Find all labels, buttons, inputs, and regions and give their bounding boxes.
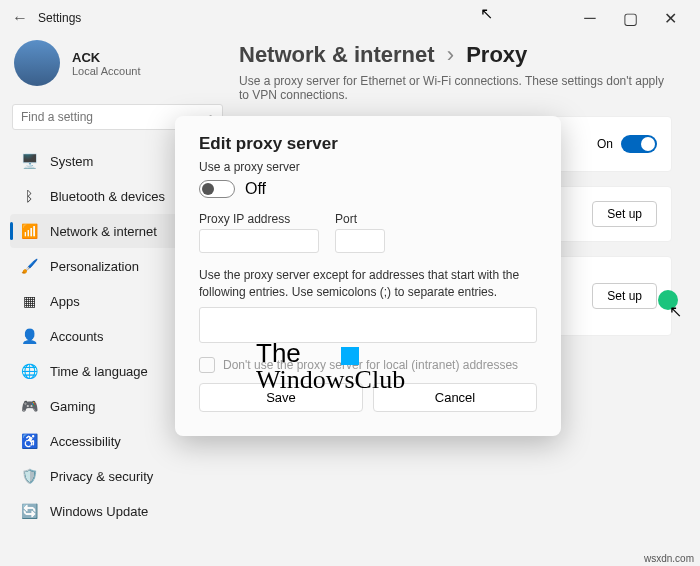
port-input[interactable]	[335, 229, 385, 253]
window-buttons: ─ ▢ ✕	[570, 6, 690, 30]
minimize-button[interactable]: ─	[570, 6, 610, 30]
dialog-title: Edit proxy server	[199, 134, 537, 154]
privacy-security-icon: 🛡️	[20, 467, 38, 485]
use-proxy-toggle-group: Off	[199, 180, 537, 198]
toggle-switch[interactable]	[621, 135, 657, 153]
use-proxy-toggle[interactable]	[199, 180, 235, 198]
sidebar-item-label: Privacy & security	[50, 469, 153, 484]
sidebar-item-label: Personalization	[50, 259, 139, 274]
setup-button-2[interactable]: Set up	[592, 283, 657, 309]
setup-button-1[interactable]: Set up	[592, 201, 657, 227]
ip-input[interactable]	[199, 229, 319, 253]
sidebar-item-label: Accessibility	[50, 434, 121, 449]
sidebar-item-privacy-security[interactable]: 🛡️Privacy & security	[10, 459, 225, 493]
accessibility-icon: ♿	[20, 432, 38, 450]
local-checkbox[interactable]	[199, 357, 215, 373]
sidebar-item-label: Network & internet	[50, 224, 157, 239]
exception-note: Use the proxy server except for addresse…	[199, 267, 537, 301]
use-proxy-state: Off	[245, 180, 266, 198]
profile-name: ACK	[72, 50, 141, 65]
app-title: Settings	[38, 11, 81, 25]
profile-block[interactable]: ACK Local Account	[10, 36, 225, 100]
dialog-buttons: Save Cancel	[199, 383, 537, 412]
sidebar-item-windows-update[interactable]: 🔄Windows Update	[10, 494, 225, 528]
source-label: wsxdn.com	[644, 553, 694, 564]
proxy-fields: Proxy IP address Port	[199, 212, 537, 253]
cursor-icon: ↖	[480, 4, 493, 23]
chevron-right-icon: ›	[447, 42, 454, 67]
bluetooth-devices-icon: ᛒ	[20, 187, 38, 205]
windows-update-icon: 🔄	[20, 502, 38, 520]
system-icon: 🖥️	[20, 152, 38, 170]
local-check-row[interactable]: Don't use the proxy server for local (in…	[199, 357, 537, 373]
back-button[interactable]: ←	[10, 9, 30, 27]
exceptions-textarea[interactable]	[199, 307, 537, 343]
personalization-icon: 🖌️	[20, 257, 38, 275]
time-language-icon: 🌐	[20, 362, 38, 380]
sidebar-item-label: Time & language	[50, 364, 148, 379]
sidebar-item-label: Windows Update	[50, 504, 148, 519]
sidebar-item-label: Gaming	[50, 399, 96, 414]
page-description: Use a proxy server for Ethernet or Wi-Fi…	[239, 74, 672, 102]
breadcrumb-current: Proxy	[466, 42, 527, 67]
maximize-button[interactable]: ▢	[610, 6, 650, 30]
apps-icon: ▦	[20, 292, 38, 310]
sidebar-item-label: Apps	[50, 294, 80, 309]
sidebar-item-label: Accounts	[50, 329, 103, 344]
cancel-button[interactable]: Cancel	[373, 383, 537, 412]
profile-type: Local Account	[72, 65, 141, 77]
use-proxy-label: Use a proxy server	[199, 160, 537, 174]
titlebar: ← Settings ─ ▢ ✕	[0, 0, 700, 36]
sidebar-item-label: System	[50, 154, 93, 169]
cursor-icon: ↖	[669, 302, 682, 321]
accounts-icon: 👤	[20, 327, 38, 345]
breadcrumb: Network & internet › Proxy	[239, 42, 672, 68]
toggle-state-label: On	[597, 137, 613, 151]
toggle-group: On	[597, 135, 657, 153]
edit-proxy-dialog: Edit proxy server Use a proxy server Off…	[175, 116, 561, 436]
gaming-icon: 🎮	[20, 397, 38, 415]
local-check-label: Don't use the proxy server for local (in…	[223, 358, 518, 372]
sidebar-item-label: Bluetooth & devices	[50, 189, 165, 204]
ip-label: Proxy IP address	[199, 212, 319, 226]
network-internet-icon: 📶	[20, 222, 38, 240]
avatar	[14, 40, 60, 86]
breadcrumb-parent[interactable]: Network & internet	[239, 42, 435, 67]
port-label: Port	[335, 212, 385, 226]
close-button[interactable]: ✕	[650, 6, 690, 30]
save-button[interactable]: Save	[199, 383, 363, 412]
